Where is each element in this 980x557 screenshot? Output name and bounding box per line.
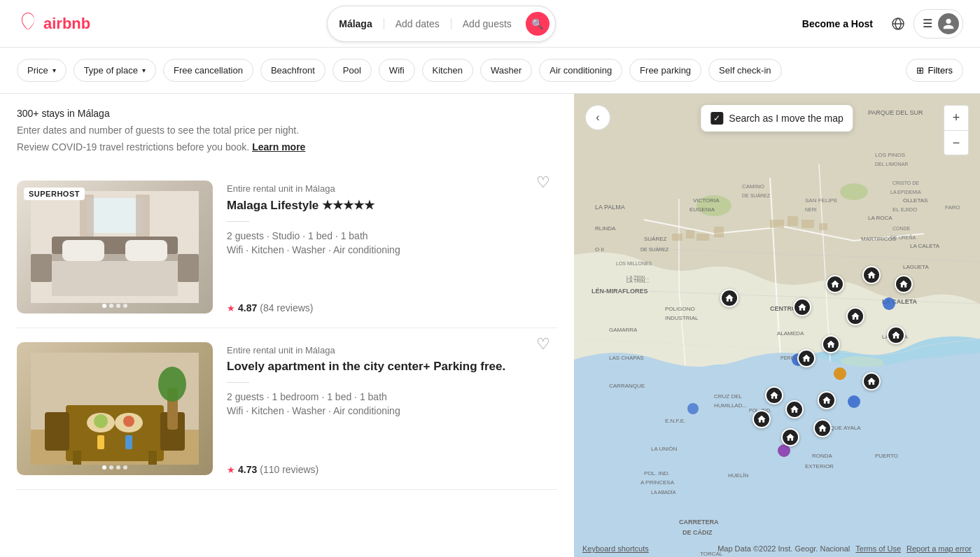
map-marker[interactable] [862,266,881,284]
logo-text: airbnb [43,15,90,33]
free-cancellation-label: Free cancellation [174,65,243,76]
superhost-badge: SUPERHOST [24,188,85,200]
listing-image-bedroom [17,181,213,313]
rating-value-2: 4.73 [238,464,257,475]
listing-image-wrap-2 [17,342,213,475]
map-background: LA PALMA RLINDA O II LÉN-MIRAFLORES VICT… [574,94,980,557]
map-keyboard-shortcuts[interactable]: Keyboard shortcuts [582,544,649,553]
svg-rect-32 [770,220,784,228]
svg-text:POLIGONO: POLIGONO [665,306,695,312]
svg-text:POL. IND.: POL. IND. [644,470,669,477]
pool-label: Pool [343,65,361,76]
map-marker[interactable] [895,275,913,293]
logo[interactable]: airbnb [17,13,90,35]
svg-text:LOS MILLONES: LOS MILLONES [616,261,652,266]
star-icon-2: ★ [227,465,235,475]
learn-more-link[interactable]: Learn more [252,141,305,153]
zoom-in-button[interactable]: + [944,105,969,130]
filter-wifi[interactable]: Wifi [379,59,415,82]
svg-rect-30 [696,234,709,241]
search-bar[interactable]: Málaga Add dates Add guests 🔍 [327,6,556,42]
zoom-out-button[interactable]: − [944,130,969,155]
search-button[interactable]: 🔍 [526,12,550,36]
filter-free-parking[interactable]: Free parking [629,59,701,82]
svg-text:EXTERIOR: EXTERIOR [805,463,834,470]
search-toggle-label: Search as I move the map [729,113,843,124]
listing-title-2: Lovely apartment in the city center+ Par… [227,360,557,374]
menu-user-wrap[interactable]: ☰ [913,9,963,38]
listing-guests: 2 guests · Studio · 1 bed · 1 bath [227,230,557,241]
map-back-button[interactable]: ‹ [585,105,610,130]
svg-point-76 [883,297,895,310]
listing-rating: ★ 4.87 (84 reviews) [227,294,557,313]
filter-air-conditioning[interactable]: Air conditioning [539,59,622,82]
wishlist-button-1[interactable]: ♡ [536,174,550,192]
become-host-button[interactable]: Become a Host [792,11,883,36]
svg-rect-7 [31,254,52,282]
filter-beachfront[interactable]: Beachfront [260,59,326,82]
filter-price[interactable]: Price ▾ [17,59,66,82]
svg-text:LAGUETA: LAGUETA [903,264,929,270]
dot-2 [109,465,113,470]
filter-free-cancellation[interactable]: Free cancellation [163,59,253,82]
svg-text:SUÁREZ: SUÁREZ [644,236,667,242]
map-marker[interactable] [765,386,783,404]
map-controls: + − [944,105,969,155]
filter-washer[interactable]: Washer [480,59,532,82]
map-marker[interactable] [846,307,864,325]
wishlist-button-2[interactable]: ♡ [536,335,550,353]
map-marker[interactable] [797,349,816,367]
map-marker[interactable] [818,391,836,409]
svg-rect-16 [148,451,157,465]
svg-text:E.N.F.E.: E.N.F.E. [665,418,685,424]
svg-rect-24 [125,435,132,449]
map-marker[interactable] [720,289,738,307]
listing-card[interactable]: ♡ Entire rental unit in Málaga Lovely ap… [17,328,557,490]
filter-pool[interactable]: Pool [332,59,372,82]
listing-card[interactable]: SUPERHOST [17,167,557,328]
search-location[interactable]: Málaga [339,18,384,29]
filter-kitchen[interactable]: Kitchen [422,59,473,82]
svg-rect-28 [672,234,682,241]
user-avatar [938,13,959,34]
map-marker[interactable] [862,372,881,390]
svg-rect-23 [97,435,104,449]
svg-text:DEL LIMONAR: DEL LIMONAR [875,162,908,167]
map-marker[interactable] [826,275,844,293]
svg-text:RONDA: RONDA [812,453,833,459]
image-dots-2 [102,465,127,470]
search-icon: 🔍 [531,18,543,29]
map-search-toggle[interactable]: ✓ Search as I move the map [701,105,853,132]
svg-text:CRISTO DE: CRISTO DE [892,181,919,185]
filters-button[interactable]: ⊞ Filters [906,59,963,82]
listing-divider [227,221,249,222]
svg-rect-8 [178,254,199,282]
terms-of-use[interactable]: Terms of Use [855,544,901,553]
search-dates[interactable]: Add dates [384,18,451,29]
map-marker[interactable] [781,428,799,446]
svg-text:EUGENIA: EUGENIA [690,206,715,213]
air-conditioning-label: Air conditioning [550,65,612,76]
globe-icon[interactable] [891,17,905,31]
filter-self-check-in[interactable]: Self check-in [708,59,781,82]
map-marker[interactable] [785,400,804,418]
listing-type-2: Entire rental unit in Málaga [227,345,557,355]
report-map-error[interactable]: Report a map error [906,544,972,553]
listing-divider-2 [227,382,249,383]
star-icon: ★ [227,303,235,313]
header-right: Become a Host ☰ [792,9,963,38]
rating-count: (84 reviews) [260,302,313,313]
beachfront-label: Beachfront [271,65,315,76]
map-marker[interactable] [822,335,840,353]
map-marker[interactable] [887,326,905,344]
search-guests[interactable]: Add guests [451,18,523,29]
filter-type-of-place[interactable]: Type of place ▾ [74,59,156,82]
map-area: LA PALMA RLINDA O II LÉN-MIRAFLORES VICT… [574,94,980,557]
svg-point-100 [687,403,699,414]
wifi-label: Wifi [389,65,405,76]
svg-rect-11 [136,195,150,237]
map-marker[interactable] [813,419,832,437]
back-arrow-icon: ‹ [596,111,599,124]
map-marker[interactable] [752,410,771,428]
filters-icon: ⊞ [916,65,924,76]
